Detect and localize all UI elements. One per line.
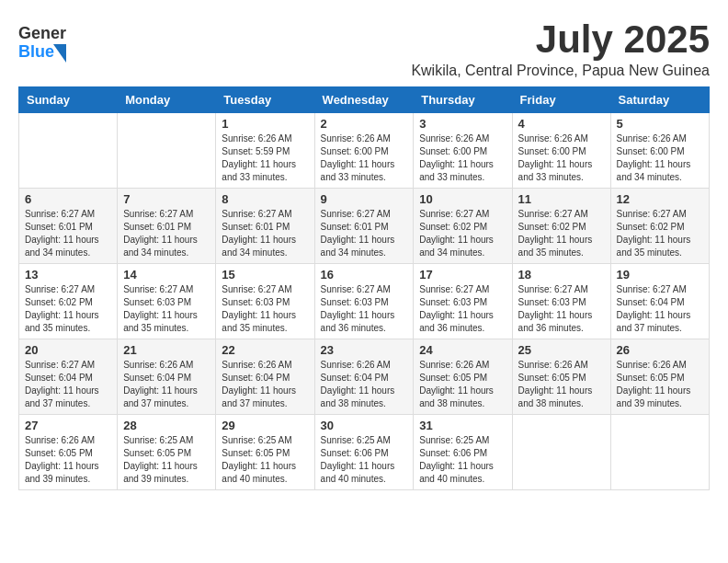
calendar-cell: 7Sunrise: 6:27 AM Sunset: 6:01 PM Daylig… bbox=[118, 189, 216, 264]
day-number: 6 bbox=[25, 192, 111, 206]
day-info: Sunrise: 6:26 AM Sunset: 6:05 PM Dayligh… bbox=[419, 359, 506, 410]
calendar-cell bbox=[512, 415, 610, 490]
day-info: Sunrise: 6:27 AM Sunset: 6:03 PM Dayligh… bbox=[222, 283, 308, 335]
day-info: Sunrise: 6:27 AM Sunset: 6:02 PM Dayligh… bbox=[419, 208, 506, 259]
calendar-cell: 26Sunrise: 6:26 AM Sunset: 6:05 PM Dayli… bbox=[610, 339, 709, 415]
calendar-week-2: 6Sunrise: 6:27 AM Sunset: 6:01 PM Daylig… bbox=[19, 189, 710, 264]
day-number: 31 bbox=[419, 419, 506, 432]
location-title: Kwikila, Central Province, Papua New Gui… bbox=[411, 63, 710, 79]
day-number: 18 bbox=[518, 268, 605, 282]
calendar-cell: 1Sunrise: 6:26 AM Sunset: 5:59 PM Daylig… bbox=[216, 113, 314, 189]
calendar-cell: 23Sunrise: 6:26 AM Sunset: 6:04 PM Dayli… bbox=[314, 339, 414, 415]
day-info: Sunrise: 6:26 AM Sunset: 6:00 PM Dayligh… bbox=[518, 132, 605, 184]
day-info: Sunrise: 6:26 AM Sunset: 6:05 PM Dayligh… bbox=[518, 359, 605, 410]
day-number: 11 bbox=[518, 192, 605, 206]
calendar-week-5: 27Sunrise: 6:26 AM Sunset: 6:05 PM Dayli… bbox=[19, 415, 710, 490]
calendar-cell: 12Sunrise: 6:27 AM Sunset: 6:02 PM Dayli… bbox=[610, 189, 709, 264]
day-info: Sunrise: 6:27 AM Sunset: 6:01 PM Dayligh… bbox=[321, 208, 408, 259]
calendar-cell: 16Sunrise: 6:27 AM Sunset: 6:03 PM Dayli… bbox=[314, 264, 414, 339]
day-number: 29 bbox=[222, 419, 308, 432]
calendar-table: SundayMondayTuesdayWednesdayThursdayFrid… bbox=[18, 86, 710, 490]
calendar-cell bbox=[19, 113, 118, 189]
day-number: 16 bbox=[321, 268, 408, 282]
day-header-thursday: Thursday bbox=[414, 87, 512, 113]
day-number: 14 bbox=[123, 268, 210, 282]
title-area: July 2025 Kwikila, Central Province, Pap… bbox=[411, 18, 710, 79]
calendar-cell: 31Sunrise: 6:25 AM Sunset: 6:06 PM Dayli… bbox=[414, 415, 512, 490]
calendar-cell: 11Sunrise: 6:27 AM Sunset: 6:02 PM Dayli… bbox=[512, 189, 610, 264]
day-number: 30 bbox=[321, 419, 408, 432]
day-info: Sunrise: 6:25 AM Sunset: 6:05 PM Dayligh… bbox=[123, 434, 210, 486]
day-info: Sunrise: 6:26 AM Sunset: 6:04 PM Dayligh… bbox=[321, 359, 408, 410]
calendar-cell: 30Sunrise: 6:25 AM Sunset: 6:06 PM Dayli… bbox=[314, 415, 414, 490]
day-info: Sunrise: 6:26 AM Sunset: 6:05 PM Dayligh… bbox=[617, 359, 703, 410]
calendar-cell: 9Sunrise: 6:27 AM Sunset: 6:01 PM Daylig… bbox=[314, 189, 414, 264]
calendar-cell: 25Sunrise: 6:26 AM Sunset: 6:05 PM Dayli… bbox=[512, 339, 610, 415]
day-info: Sunrise: 6:27 AM Sunset: 6:01 PM Dayligh… bbox=[222, 208, 308, 259]
day-header-wednesday: Wednesday bbox=[314, 87, 414, 113]
calendar-cell: 10Sunrise: 6:27 AM Sunset: 6:02 PM Dayli… bbox=[414, 189, 512, 264]
calendar-cell: 20Sunrise: 6:27 AM Sunset: 6:04 PM Dayli… bbox=[19, 339, 118, 415]
day-info: Sunrise: 6:26 AM Sunset: 6:05 PM Dayligh… bbox=[25, 434, 111, 486]
calendar-week-1: 1Sunrise: 6:26 AM Sunset: 5:59 PM Daylig… bbox=[19, 113, 710, 189]
day-info: Sunrise: 6:27 AM Sunset: 6:04 PM Dayligh… bbox=[617, 283, 703, 335]
calendar-cell: 27Sunrise: 6:26 AM Sunset: 6:05 PM Dayli… bbox=[19, 415, 118, 490]
day-info: Sunrise: 6:27 AM Sunset: 6:03 PM Dayligh… bbox=[123, 283, 210, 335]
day-number: 10 bbox=[419, 192, 506, 206]
day-number: 7 bbox=[123, 192, 210, 206]
day-info: Sunrise: 6:26 AM Sunset: 6:00 PM Dayligh… bbox=[419, 132, 506, 184]
day-info: Sunrise: 6:27 AM Sunset: 6:02 PM Dayligh… bbox=[25, 283, 111, 335]
day-header-friday: Friday bbox=[512, 87, 610, 113]
day-number: 26 bbox=[617, 343, 703, 357]
day-info: Sunrise: 6:25 AM Sunset: 6:05 PM Dayligh… bbox=[222, 434, 308, 486]
calendar-cell: 15Sunrise: 6:27 AM Sunset: 6:03 PM Dayli… bbox=[216, 264, 314, 339]
calendar-cell bbox=[610, 415, 709, 490]
day-number: 13 bbox=[25, 268, 111, 282]
calendar-cell: 14Sunrise: 6:27 AM Sunset: 6:03 PM Dayli… bbox=[118, 264, 216, 339]
calendar-cell: 17Sunrise: 6:27 AM Sunset: 6:03 PM Dayli… bbox=[414, 264, 512, 339]
day-info: Sunrise: 6:25 AM Sunset: 6:06 PM Dayligh… bbox=[321, 434, 408, 486]
day-number: 28 bbox=[123, 419, 210, 432]
day-info: Sunrise: 6:27 AM Sunset: 6:04 PM Dayligh… bbox=[25, 359, 111, 410]
day-info: Sunrise: 6:27 AM Sunset: 6:01 PM Dayligh… bbox=[25, 208, 111, 259]
calendar-cell: 8Sunrise: 6:27 AM Sunset: 6:01 PM Daylig… bbox=[216, 189, 314, 264]
calendar-cell bbox=[118, 113, 216, 189]
calendar-cell: 5Sunrise: 6:26 AM Sunset: 6:00 PM Daylig… bbox=[610, 113, 709, 189]
calendar-cell: 21Sunrise: 6:26 AM Sunset: 6:04 PM Dayli… bbox=[118, 339, 216, 415]
day-number: 12 bbox=[617, 192, 703, 206]
day-number: 27 bbox=[25, 419, 111, 432]
day-info: Sunrise: 6:27 AM Sunset: 6:03 PM Dayligh… bbox=[419, 283, 506, 335]
month-title: July 2025 bbox=[411, 18, 710, 61]
day-number: 24 bbox=[419, 343, 506, 357]
day-header-monday: Monday bbox=[118, 87, 216, 113]
day-info: Sunrise: 6:26 AM Sunset: 6:00 PM Dayligh… bbox=[321, 132, 408, 184]
page-header: General Blue July 2025 Kwikila, Central … bbox=[18, 18, 710, 79]
day-number: 17 bbox=[419, 268, 506, 282]
svg-text:Blue: Blue bbox=[18, 42, 54, 61]
calendar-cell: 6Sunrise: 6:27 AM Sunset: 6:01 PM Daylig… bbox=[19, 189, 118, 264]
calendar-cell: 28Sunrise: 6:25 AM Sunset: 6:05 PM Dayli… bbox=[118, 415, 216, 490]
day-number: 19 bbox=[617, 268, 703, 282]
day-info: Sunrise: 6:27 AM Sunset: 6:01 PM Dayligh… bbox=[123, 208, 210, 259]
day-number: 15 bbox=[222, 268, 308, 282]
calendar-week-4: 20Sunrise: 6:27 AM Sunset: 6:04 PM Dayli… bbox=[19, 339, 710, 415]
day-number: 9 bbox=[321, 192, 408, 206]
logo: General Blue bbox=[18, 18, 70, 63]
day-info: Sunrise: 6:26 AM Sunset: 6:04 PM Dayligh… bbox=[123, 359, 210, 410]
day-info: Sunrise: 6:26 AM Sunset: 6:00 PM Dayligh… bbox=[617, 132, 703, 184]
calendar-cell: 29Sunrise: 6:25 AM Sunset: 6:05 PM Dayli… bbox=[216, 415, 314, 490]
day-header-tuesday: Tuesday bbox=[216, 87, 314, 113]
day-number: 22 bbox=[222, 343, 308, 357]
day-info: Sunrise: 6:27 AM Sunset: 6:03 PM Dayligh… bbox=[321, 283, 408, 335]
day-header-sunday: Sunday bbox=[19, 87, 118, 113]
calendar-cell: 3Sunrise: 6:26 AM Sunset: 6:00 PM Daylig… bbox=[414, 113, 512, 189]
day-header-saturday: Saturday bbox=[610, 87, 709, 113]
calendar-week-3: 13Sunrise: 6:27 AM Sunset: 6:02 PM Dayli… bbox=[19, 264, 710, 339]
day-info: Sunrise: 6:26 AM Sunset: 6:04 PM Dayligh… bbox=[222, 359, 308, 410]
calendar-cell: 24Sunrise: 6:26 AM Sunset: 6:05 PM Dayli… bbox=[414, 339, 512, 415]
calendar-header-row: SundayMondayTuesdayWednesdayThursdayFrid… bbox=[19, 87, 710, 113]
day-number: 5 bbox=[617, 117, 703, 131]
logo-icon: General Blue bbox=[18, 18, 66, 63]
svg-text:General: General bbox=[18, 24, 66, 42]
day-number: 1 bbox=[222, 117, 308, 131]
